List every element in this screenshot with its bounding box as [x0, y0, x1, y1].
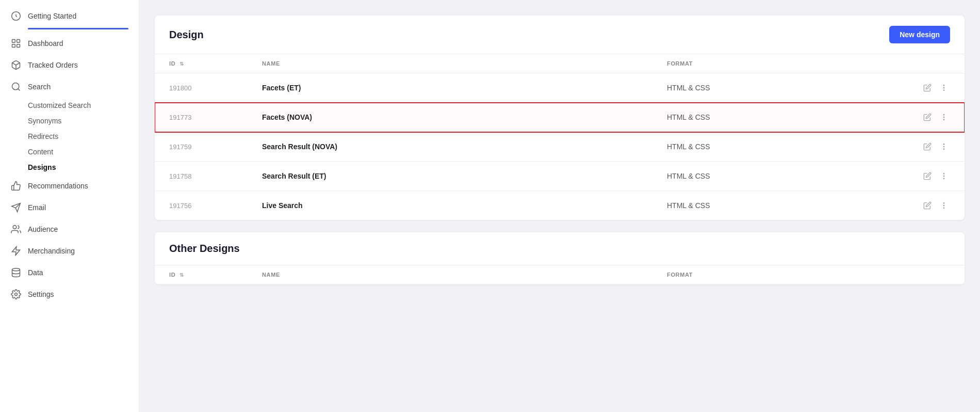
- cell-format: HTML & CSS: [652, 132, 907, 162]
- cell-actions: [907, 73, 965, 103]
- design-card-title: Design: [169, 29, 204, 41]
- svg-point-22: [943, 173, 944, 174]
- sidebar-sub-item-redirects[interactable]: Redirects: [0, 129, 139, 144]
- svg-point-27: [943, 208, 944, 208]
- sidebar-item-search[interactable]: Search: [0, 76, 139, 98]
- cell-actions: [907, 162, 965, 191]
- design-card: Design New design ID ⇅ NAME FORMAT: [155, 15, 965, 220]
- cell-actions: [907, 191, 965, 220]
- sidebar-item-data[interactable]: Data: [0, 262, 139, 283]
- svg-point-18: [943, 119, 944, 120]
- cell-format: HTML & CSS: [652, 73, 907, 103]
- other-sort-id-icon[interactable]: ⇅: [179, 272, 184, 278]
- box-icon: [10, 59, 22, 71]
- cell-name: Search Result (ET): [248, 162, 652, 191]
- sidebar-sub-item-customized-search[interactable]: Customized Search: [0, 98, 139, 113]
- main-content: Design New design ID ⇅ NAME FORMAT: [139, 0, 980, 412]
- settings-icon: [10, 289, 22, 300]
- svg-point-20: [943, 146, 944, 147]
- sidebar-sub-item-content[interactable]: Content: [0, 144, 139, 160]
- other-designs-card-title: Other Designs: [169, 243, 950, 255]
- sidebar-label-dashboard: Dashboard: [28, 39, 63, 47]
- svg-rect-1: [12, 40, 15, 43]
- dashboard-icon: [10, 38, 22, 49]
- edit-button[interactable]: [921, 82, 934, 94]
- sidebar-item-audience[interactable]: Audience: [0, 218, 139, 240]
- svg-point-26: [943, 205, 944, 205]
- more-button[interactable]: [938, 82, 950, 94]
- table-row: 191773 Facets (NOVA) HTML & CSS: [155, 103, 965, 132]
- col-header-id: ID ⇅: [155, 54, 248, 73]
- svg-point-15: [943, 90, 944, 90]
- new-design-button[interactable]: New design: [889, 26, 950, 43]
- other-col-header-id: ID ⇅: [155, 265, 248, 284]
- svg-point-17: [943, 117, 944, 117]
- sidebar-sub-item-synonyms[interactable]: Synonyms: [0, 113, 139, 129]
- sidebar-item-tracked-orders[interactable]: Tracked Orders: [0, 54, 139, 76]
- sidebar-label-data: Data: [28, 268, 43, 277]
- sidebar-label-settings: Settings: [28, 290, 54, 298]
- sidebar-item-dashboard[interactable]: Dashboard: [0, 33, 139, 54]
- table-row: 191759 Search Result (NOVA) HTML & CSS: [155, 132, 965, 162]
- cell-name: Live Search: [248, 191, 652, 220]
- more-button[interactable]: [938, 140, 950, 153]
- sidebar-label-merchandising: Merchandising: [28, 247, 75, 255]
- design-table: ID ⇅ NAME FORMAT 191800 Facets (ET) HTML: [155, 54, 965, 220]
- svg-line-7: [18, 89, 20, 91]
- col-header-name: NAME: [248, 54, 652, 73]
- search-icon: [10, 81, 22, 92]
- edit-button[interactable]: [921, 199, 934, 212]
- cell-format: HTML & CSS: [652, 103, 907, 132]
- rocket-icon: [10, 10, 22, 22]
- cell-format: HTML & CSS: [652, 191, 907, 220]
- svg-point-23: [943, 176, 944, 176]
- sidebar-item-settings[interactable]: Settings: [0, 283, 139, 305]
- other-col-header-actions: [923, 265, 965, 284]
- design-card-header: Design New design: [155, 15, 965, 54]
- svg-point-9: [13, 226, 17, 229]
- sidebar: Getting Started Dashboard Tracked Orders: [0, 0, 139, 412]
- svg-point-21: [943, 149, 944, 149]
- sidebar-item-merchandising[interactable]: Merchandising: [0, 240, 139, 262]
- other-designs-table: ID ⇅ NAME FORMAT: [155, 265, 965, 284]
- edit-button[interactable]: [921, 111, 934, 123]
- col-header-actions: [907, 54, 965, 73]
- sort-id-icon[interactable]: ⇅: [179, 61, 184, 67]
- sidebar-label-audience: Audience: [28, 225, 58, 233]
- svg-rect-4: [17, 44, 20, 47]
- sidebar-item-recommendations[interactable]: Recommendations: [0, 175, 139, 197]
- table-row: 191756 Live Search HTML & CSS: [155, 191, 965, 220]
- other-col-header-format: FORMAT: [652, 265, 923, 284]
- audience-icon: [10, 224, 22, 235]
- svg-point-6: [12, 83, 19, 90]
- sidebar-label-tracked-orders: Tracked Orders: [28, 61, 78, 69]
- svg-point-24: [943, 178, 944, 179]
- sidebar-label-email: Email: [28, 203, 46, 212]
- cell-id: 191800: [155, 73, 248, 103]
- other-designs-card-header: Other Designs: [155, 232, 965, 265]
- sidebar-item-email[interactable]: Email: [0, 197, 139, 218]
- svg-marker-10: [12, 247, 20, 256]
- edit-button[interactable]: [921, 140, 934, 153]
- email-icon: [10, 202, 22, 213]
- sidebar-label-recommendations: Recommendations: [28, 182, 88, 190]
- tag-icon: [10, 245, 22, 257]
- table-row: 191758 Search Result (ET) HTML & CSS: [155, 162, 965, 191]
- cell-name: Search Result (NOVA): [248, 132, 652, 162]
- edit-button[interactable]: [921, 170, 934, 182]
- thumb-icon: [10, 180, 22, 192]
- cell-actions: [907, 132, 965, 162]
- cell-id: 191756: [155, 191, 248, 220]
- cell-id: 191758: [155, 162, 248, 191]
- getting-started-progress: [28, 28, 128, 29]
- table-row: 191800 Facets (ET) HTML & CSS: [155, 73, 965, 103]
- more-button[interactable]: [938, 111, 950, 123]
- data-icon: [10, 267, 22, 278]
- more-button[interactable]: [938, 170, 950, 182]
- cell-name: Facets (ET): [248, 73, 652, 103]
- cell-name: Facets (NOVA): [248, 103, 652, 132]
- more-button[interactable]: [938, 199, 950, 212]
- sidebar-item-getting-started[interactable]: Getting Started: [0, 5, 139, 27]
- cell-id: 191759: [155, 132, 248, 162]
- sidebar-sub-item-designs[interactable]: Designs: [0, 160, 139, 175]
